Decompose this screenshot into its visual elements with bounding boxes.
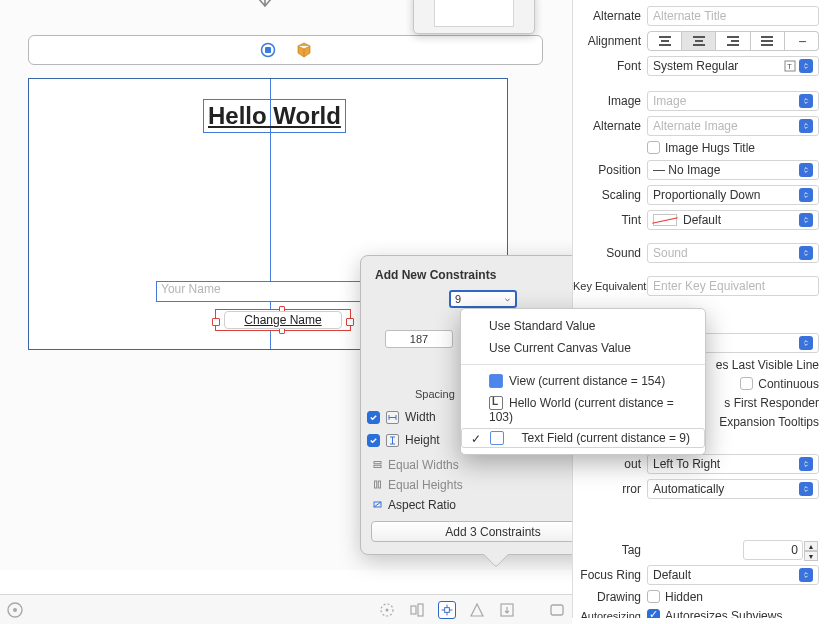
width-label: Width: [405, 410, 436, 424]
height-icon: [386, 434, 399, 447]
stepper-up-icon[interactable]: ▲: [804, 541, 818, 551]
align-left-button[interactable]: [647, 31, 682, 51]
alternate-title-field[interactable]: Alternate Title: [647, 6, 819, 26]
scaling-select[interactable]: Proportionally Down: [647, 185, 819, 205]
svg-rect-18: [551, 605, 563, 615]
canvas-toolbar: [28, 35, 543, 65]
label-chip-icon: [489, 396, 503, 410]
autoresizing-label: Autoresizing: [573, 610, 647, 618]
equal-widths-icon: [373, 458, 382, 472]
equal-heights-icon: [373, 478, 382, 492]
view-chip-icon: [489, 374, 503, 388]
tint-select[interactable]: Default: [647, 210, 819, 230]
height-label: Height: [405, 433, 440, 447]
align-natural-button[interactable]: ---: [785, 31, 819, 51]
equal-heights-label: Equal Heights: [388, 478, 463, 492]
mirror-label-partial: rror: [573, 482, 647, 496]
expansion-tooltips-label: Expansion Tooltips: [719, 415, 819, 429]
svg-point-13: [386, 608, 389, 611]
position-select[interactable]: — No Image: [647, 160, 819, 180]
font-panel-icon[interactable]: T: [784, 60, 796, 72]
svg-rect-5: [375, 481, 377, 488]
chevron-updown-icon: [799, 246, 813, 260]
align-icon[interactable]: [408, 601, 426, 619]
position-label: Position: [573, 163, 647, 177]
menu-use-current[interactable]: Use Current Canvas Value: [461, 337, 705, 359]
height-checkbox[interactable]: [367, 434, 380, 447]
menu-textfield-option[interactable]: Text Field (current distance = 9): [461, 428, 705, 448]
minimap-icon[interactable]: [548, 601, 566, 619]
menu-hello-option[interactable]: Hello World (current distance = 103): [461, 392, 705, 428]
svg-text:T: T: [787, 62, 792, 71]
name-textfield[interactable]: Your Name: [156, 281, 382, 302]
alt-image-select[interactable]: Alternate Image: [647, 116, 819, 136]
chevron-updown-icon: [799, 336, 813, 350]
menu-view-option[interactable]: View (current distance = 154): [461, 370, 705, 392]
tag-stepper[interactable]: 0▲▼: [743, 540, 803, 560]
embed-icon[interactable]: [498, 601, 516, 619]
image-hugs-checkbox[interactable]: [647, 141, 660, 154]
hidden-checkbox[interactable]: [647, 590, 660, 603]
image-select[interactable]: Image: [647, 91, 819, 111]
chevron-updown-icon: [799, 568, 813, 582]
svg-rect-2: [265, 47, 271, 53]
alignment-label: Alignment: [573, 34, 647, 48]
hello-label[interactable]: Hello World: [203, 99, 346, 133]
focus-ring-label: Focus Ring: [573, 568, 647, 582]
anchor-icon: [250, 0, 280, 15]
stepper-down-icon[interactable]: ▼: [804, 551, 818, 561]
svg-rect-16: [445, 607, 450, 612]
continuous-checkbox[interactable]: [740, 377, 753, 390]
update-frames-icon[interactable]: [378, 601, 396, 619]
font-label: Font: [573, 59, 647, 73]
last-visible-line-label: es Last Visible Line: [716, 358, 819, 372]
chevron-updown-icon: [799, 188, 813, 202]
resolve-issues-icon[interactable]: [468, 601, 486, 619]
align-right-button[interactable]: [716, 31, 750, 51]
key-equivalent-field[interactable]: Enter Key Equivalent: [647, 276, 819, 296]
width-checkbox[interactable]: [367, 411, 380, 424]
add-constraints-icon[interactable]: [438, 601, 456, 619]
menu-use-standard[interactable]: Use Standard Value: [461, 315, 705, 337]
image-label: Image: [573, 94, 647, 108]
layout-select[interactable]: Left To Right: [647, 454, 819, 474]
tint-label: Tint: [573, 213, 647, 227]
stop-icon: [260, 42, 276, 58]
left-spacing-combo[interactable]: 187: [385, 330, 453, 348]
top-spacing-combo[interactable]: 9: [449, 290, 517, 308]
chevron-updown-icon: [799, 163, 813, 177]
autoresizes-label: Autoresizes Subviews: [665, 609, 782, 618]
spacing-label: Spacing: [415, 388, 455, 400]
issues-icon[interactable]: [6, 601, 24, 619]
sound-select[interactable]: Sound: [647, 243, 819, 263]
drawing-label: Drawing: [573, 590, 647, 604]
layout-label-partial: out: [573, 457, 647, 471]
chevron-updown-icon: [799, 482, 813, 496]
align-center-button[interactable]: [682, 31, 716, 51]
tint-swatch-icon: [653, 214, 677, 226]
aspect-ratio-icon: [373, 498, 382, 512]
alt-image-label: Alternate: [573, 119, 647, 133]
chevron-updown-icon: [799, 94, 813, 108]
thumbnail-preview: [413, 0, 535, 34]
svg-rect-4: [374, 465, 381, 467]
font-select[interactable]: System RegularT: [647, 56, 819, 76]
change-name-button-selection[interactable]: Change Name: [215, 309, 351, 331]
focus-ring-select[interactable]: Default: [647, 565, 819, 585]
autoresizes-checkbox[interactable]: [647, 609, 660, 618]
alignment-segmented[interactable]: ---: [647, 31, 819, 51]
svg-rect-6: [378, 481, 380, 488]
chevron-updown-icon: [799, 213, 813, 227]
align-justify-button[interactable]: [751, 31, 785, 51]
change-name-button[interactable]: Change Name: [224, 311, 342, 329]
canvas-bottom-toolbar: [0, 594, 572, 624]
scaling-label: Scaling: [573, 188, 647, 202]
mirror-select[interactable]: Automatically: [647, 479, 819, 499]
chevron-updown-icon: [799, 457, 813, 471]
equal-widths-label: Equal Widths: [388, 458, 459, 472]
svg-point-11: [13, 608, 17, 612]
chevron-updown-icon: [799, 119, 813, 133]
first-responder-label: s First Responder: [724, 396, 819, 410]
textfield-chip-icon: [490, 431, 504, 445]
svg-rect-14: [411, 606, 416, 614]
